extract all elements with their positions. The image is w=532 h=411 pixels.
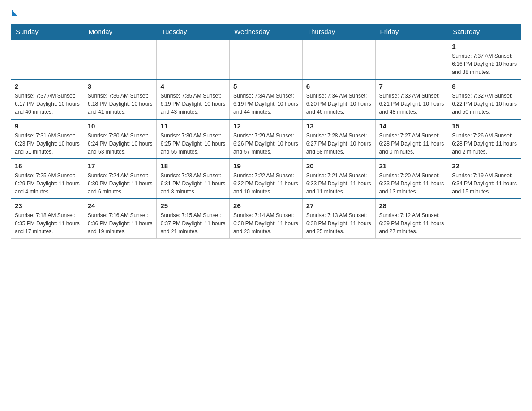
day-number: 14	[379, 122, 445, 130]
day-number: 27	[306, 202, 372, 210]
day-number: 11	[160, 122, 226, 130]
calendar-cell: 7Sunrise: 7:33 AM Sunset: 6:21 PM Daylig…	[375, 79, 448, 119]
day-info: Sunrise: 7:30 AM Sunset: 6:25 PM Dayligh…	[160, 132, 226, 156]
calendar-cell: 11Sunrise: 7:30 AM Sunset: 6:25 PM Dayli…	[157, 119, 230, 159]
calendar-cell: 19Sunrise: 7:22 AM Sunset: 6:32 PM Dayli…	[230, 159, 303, 199]
calendar-cell: 14Sunrise: 7:27 AM Sunset: 6:28 PM Dayli…	[375, 119, 448, 159]
weekday-header-tuesday: Tuesday	[157, 24, 230, 40]
calendar-table: SundayMondayTuesdayWednesdayThursdayFrid…	[11, 24, 521, 239]
day-info: Sunrise: 7:15 AM Sunset: 6:37 PM Dayligh…	[160, 211, 226, 235]
weekday-header-thursday: Thursday	[302, 24, 375, 40]
day-number: 13	[306, 122, 372, 130]
calendar-cell: 16Sunrise: 7:25 AM Sunset: 6:29 PM Dayli…	[11, 159, 84, 199]
day-number: 16	[15, 162, 80, 170]
day-number: 9	[15, 122, 80, 130]
day-number: 6	[306, 82, 372, 90]
day-info: Sunrise: 7:34 AM Sunset: 6:20 PM Dayligh…	[306, 92, 372, 116]
day-info: Sunrise: 7:35 AM Sunset: 6:19 PM Dayligh…	[160, 92, 226, 116]
weekday-header-monday: Monday	[84, 24, 157, 40]
day-info: Sunrise: 7:32 AM Sunset: 6:22 PM Dayligh…	[452, 92, 517, 116]
weekday-header-sunday: Sunday	[11, 24, 84, 40]
calendar-week-3: 9Sunrise: 7:31 AM Sunset: 6:23 PM Daylig…	[11, 119, 521, 159]
calendar-cell: 1Sunrise: 7:37 AM Sunset: 6:16 PM Daylig…	[448, 39, 521, 79]
day-info: Sunrise: 7:31 AM Sunset: 6:23 PM Dayligh…	[15, 132, 80, 156]
day-number: 18	[160, 162, 226, 170]
day-info: Sunrise: 7:30 AM Sunset: 6:24 PM Dayligh…	[88, 132, 153, 156]
calendar-cell: 6Sunrise: 7:34 AM Sunset: 6:20 PM Daylig…	[302, 79, 375, 119]
day-number: 8	[452, 82, 517, 90]
calendar-cell: 17Sunrise: 7:24 AM Sunset: 6:30 PM Dayli…	[84, 159, 157, 199]
day-info: Sunrise: 7:23 AM Sunset: 6:31 PM Dayligh…	[160, 171, 226, 196]
calendar-cell	[448, 199, 521, 239]
day-info: Sunrise: 7:27 AM Sunset: 6:28 PM Dayligh…	[379, 132, 445, 156]
calendar-cell	[375, 39, 448, 79]
day-info: Sunrise: 7:24 AM Sunset: 6:30 PM Dayligh…	[88, 171, 153, 196]
day-info: Sunrise: 7:18 AM Sunset: 6:35 PM Dayligh…	[15, 211, 80, 235]
day-info: Sunrise: 7:22 AM Sunset: 6:32 PM Dayligh…	[233, 171, 299, 196]
calendar-cell: 9Sunrise: 7:31 AM Sunset: 6:23 PM Daylig…	[11, 119, 84, 159]
day-number: 24	[88, 202, 153, 210]
day-number: 26	[233, 202, 299, 210]
day-info: Sunrise: 7:29 AM Sunset: 6:26 PM Dayligh…	[233, 132, 299, 156]
day-number: 3	[88, 82, 153, 90]
day-info: Sunrise: 7:25 AM Sunset: 6:29 PM Dayligh…	[15, 171, 80, 196]
logo-arrow-icon	[12, 10, 17, 16]
weekday-header-saturday: Saturday	[448, 24, 521, 40]
day-number: 28	[379, 202, 445, 210]
day-number: 22	[452, 162, 517, 170]
weekday-header-wednesday: Wednesday	[230, 24, 303, 40]
calendar-cell	[11, 39, 84, 79]
day-number: 7	[379, 82, 445, 90]
calendar-cell: 4Sunrise: 7:35 AM Sunset: 6:19 PM Daylig…	[157, 79, 230, 119]
calendar-week-5: 23Sunrise: 7:18 AM Sunset: 6:35 PM Dayli…	[11, 199, 521, 239]
day-number: 12	[233, 122, 299, 130]
day-number: 4	[160, 82, 226, 90]
day-number: 25	[160, 202, 226, 210]
calendar-cell: 3Sunrise: 7:36 AM Sunset: 6:18 PM Daylig…	[84, 79, 157, 119]
day-number: 2	[15, 82, 80, 90]
day-number: 10	[88, 122, 153, 130]
calendar-cell: 12Sunrise: 7:29 AM Sunset: 6:26 PM Dayli…	[230, 119, 303, 159]
calendar-week-1: 1Sunrise: 7:37 AM Sunset: 6:16 PM Daylig…	[11, 39, 521, 79]
calendar-cell	[230, 39, 303, 79]
day-info: Sunrise: 7:37 AM Sunset: 6:17 PM Dayligh…	[15, 92, 80, 116]
calendar-cell: 18Sunrise: 7:23 AM Sunset: 6:31 PM Dayli…	[157, 159, 230, 199]
day-number: 17	[88, 162, 153, 170]
calendar-cell: 13Sunrise: 7:28 AM Sunset: 6:27 PM Dayli…	[302, 119, 375, 159]
calendar-cell: 15Sunrise: 7:26 AM Sunset: 6:28 PM Dayli…	[448, 119, 521, 159]
calendar-cell: 22Sunrise: 7:19 AM Sunset: 6:34 PM Dayli…	[448, 159, 521, 199]
calendar-cell: 21Sunrise: 7:20 AM Sunset: 6:33 PM Dayli…	[375, 159, 448, 199]
day-number: 19	[233, 162, 299, 170]
day-number: 21	[379, 162, 445, 170]
calendar-cell	[302, 39, 375, 79]
calendar-cell: 8Sunrise: 7:32 AM Sunset: 6:22 PM Daylig…	[448, 79, 521, 119]
day-number: 15	[452, 122, 517, 130]
calendar-cell	[157, 39, 230, 79]
calendar-week-2: 2Sunrise: 7:37 AM Sunset: 6:17 PM Daylig…	[11, 79, 521, 119]
calendar-cell: 27Sunrise: 7:13 AM Sunset: 6:38 PM Dayli…	[302, 199, 375, 239]
calendar-cell: 28Sunrise: 7:12 AM Sunset: 6:39 PM Dayli…	[375, 199, 448, 239]
day-info: Sunrise: 7:26 AM Sunset: 6:28 PM Dayligh…	[452, 132, 517, 156]
day-info: Sunrise: 7:13 AM Sunset: 6:38 PM Dayligh…	[306, 211, 372, 235]
day-number: 23	[15, 202, 80, 210]
day-number: 5	[233, 82, 299, 90]
day-number: 1	[452, 43, 517, 50]
calendar-cell: 10Sunrise: 7:30 AM Sunset: 6:24 PM Dayli…	[84, 119, 157, 159]
day-info: Sunrise: 7:16 AM Sunset: 6:36 PM Dayligh…	[88, 211, 153, 235]
day-info: Sunrise: 7:21 AM Sunset: 6:33 PM Dayligh…	[306, 171, 372, 196]
calendar-cell: 5Sunrise: 7:34 AM Sunset: 6:19 PM Daylig…	[230, 79, 303, 119]
calendar-cell: 24Sunrise: 7:16 AM Sunset: 6:36 PM Dayli…	[84, 199, 157, 239]
day-info: Sunrise: 7:14 AM Sunset: 6:38 PM Dayligh…	[233, 211, 299, 235]
calendar-cell: 20Sunrise: 7:21 AM Sunset: 6:33 PM Dayli…	[302, 159, 375, 199]
calendar-cell: 26Sunrise: 7:14 AM Sunset: 6:38 PM Dayli…	[230, 199, 303, 239]
weekday-header-friday: Friday	[375, 24, 448, 40]
day-info: Sunrise: 7:28 AM Sunset: 6:27 PM Dayligh…	[306, 132, 372, 156]
day-info: Sunrise: 7:34 AM Sunset: 6:19 PM Dayligh…	[233, 92, 299, 116]
day-info: Sunrise: 7:36 AM Sunset: 6:18 PM Dayligh…	[88, 92, 153, 116]
day-info: Sunrise: 7:19 AM Sunset: 6:34 PM Dayligh…	[452, 171, 517, 196]
day-info: Sunrise: 7:37 AM Sunset: 6:16 PM Dayligh…	[452, 52, 517, 76]
weekday-header-row: SundayMondayTuesdayWednesdayThursdayFrid…	[11, 24, 521, 40]
day-info: Sunrise: 7:33 AM Sunset: 6:21 PM Dayligh…	[379, 92, 445, 116]
calendar-cell: 25Sunrise: 7:15 AM Sunset: 6:37 PM Dayli…	[157, 199, 230, 239]
day-number: 20	[306, 162, 372, 170]
